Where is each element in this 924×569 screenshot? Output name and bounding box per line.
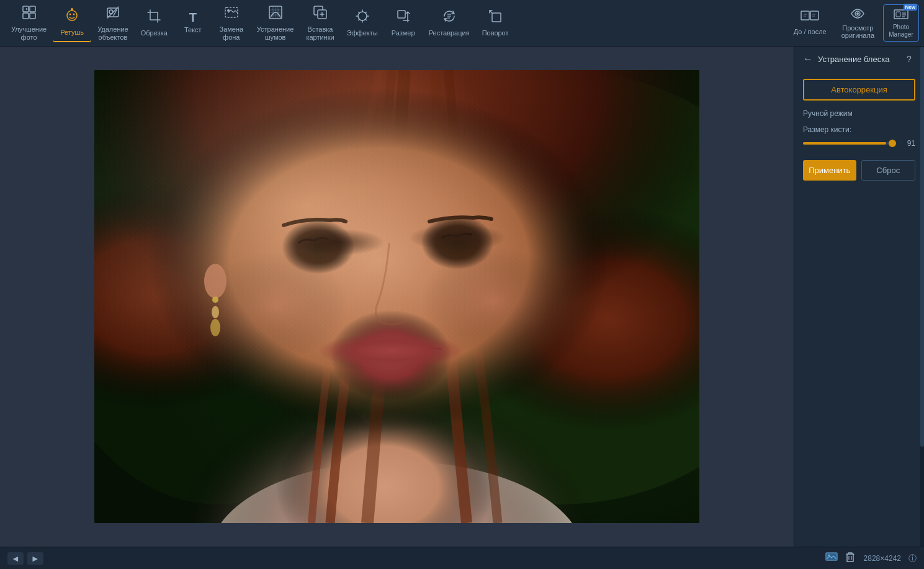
bottom-right: 2828×4242 ⓘ: [824, 550, 917, 567]
toolbar-item-rotate[interactable]: Поворот: [476, 4, 515, 41]
enhance-icon: [21, 4, 37, 23]
svg-point-49: [210, 319, 220, 336]
svg-rect-16: [398, 11, 405, 18]
svg-rect-22: [810, 11, 819, 20]
portrait-image: [94, 70, 699, 523]
scrollbar-thumb: [920, 47, 924, 447]
toolbar-label-resize: Размер: [392, 29, 415, 37]
prev-button[interactable]: ◄: [7, 552, 24, 565]
retouch-icon: [64, 7, 80, 26]
toolbar-item-crop[interactable]: Обрезка: [135, 4, 174, 41]
svg-rect-21: [801, 11, 809, 20]
svg-point-5: [70, 14, 71, 16]
nav-arrows: ◄ ►: [7, 552, 43, 565]
brush-size-fill: [803, 142, 886, 145]
svg-point-31: [312, 70, 699, 504]
before-after-icon: [801, 11, 819, 25]
insert-icon: [312, 4, 328, 23]
brush-size-thumb[interactable]: [889, 140, 896, 147]
svg-rect-10: [225, 7, 238, 17]
svg-rect-39: [94, 70, 699, 523]
brush-size-track[interactable]: [803, 142, 895, 145]
panel-title: Устранение блеска: [818, 55, 889, 64]
autocorrect-button[interactable]: Автокоррекция: [803, 79, 915, 101]
toolbar-label-denoise: Устранение шумов: [257, 25, 294, 42]
remove-objects-icon: [105, 4, 121, 23]
reset-button[interactable]: Сброс: [861, 160, 916, 181]
main-area: ← Устранение блеска ? Автокоррекция Ручн…: [0, 47, 924, 547]
toolbar-item-enhance[interactable]: Улучшение фото: [5, 1, 53, 45]
toolbar-item-effects[interactable]: Эффекты: [341, 4, 384, 41]
toolbar-item-insert[interactable]: Вставка картинки: [300, 1, 340, 45]
replace-bg-icon: [223, 4, 240, 23]
toolbar-item-replace-bg[interactable]: Замена фона: [212, 1, 251, 45]
effects-icon: [354, 8, 370, 27]
image-dimensions: 2828×4242: [864, 554, 901, 563]
crop-icon: [146, 8, 162, 27]
panel-header-left: ← Устранение блеска: [803, 53, 889, 65]
toolbar-item-before-after[interactable]: До / после: [787, 7, 833, 39]
canvas-area[interactable]: [0, 47, 794, 547]
original-preview-label: Просмотр оригинала: [841, 24, 874, 39]
toolbar-item-original-preview[interactable]: Просмотр оригинала: [835, 3, 881, 43]
image-actions: [824, 550, 856, 567]
toolbar-label-remove: Удаление объектов: [97, 25, 128, 42]
svg-rect-42: [94, 70, 699, 523]
svg-point-4: [67, 11, 77, 20]
svg-point-48: [212, 306, 219, 318]
bottom-bar: ◄ ► 2828×4242 ⓘ: [0, 547, 924, 569]
toolbar-item-remove-objects[interactable]: Удаление объектов: [91, 1, 135, 45]
svg-rect-36: [94, 70, 699, 523]
svg-rect-2: [23, 13, 29, 19]
toolbar-right-group: До / после Просмотр оригинала New: [787, 3, 919, 43]
svg-point-32: [94, 70, 405, 504]
denoise-icon: [267, 4, 284, 23]
photo-canvas: [94, 70, 699, 523]
toolbar-item-denoise[interactable]: Устранение шумов: [251, 1, 300, 45]
toolbar-item-resize[interactable]: Размер: [384, 4, 423, 41]
thumbnail-icon[interactable]: [824, 551, 839, 566]
resize-icon: [395, 8, 411, 27]
svg-rect-3: [30, 13, 35, 19]
toolbar-label-replace-bg: Замена фона: [219, 25, 243, 42]
toolbar-label-rotate: Поворот: [482, 29, 509, 37]
restore-icon: [441, 8, 457, 27]
text-icon: T: [189, 11, 197, 24]
action-buttons: Применить Сброс: [803, 160, 915, 181]
next-button[interactable]: ►: [27, 552, 43, 565]
toolbar-item-restore[interactable]: Реставрация: [423, 4, 476, 41]
svg-rect-26: [896, 12, 900, 17]
back-button[interactable]: ←: [803, 53, 813, 65]
panel-content: ← Устранение блеска ? Автокоррекция Ручн…: [794, 47, 924, 547]
svg-rect-1: [30, 6, 35, 12]
toolbar: Улучшение фото Ретушь Удаление объектов: [0, 0, 924, 47]
brush-size-label: Размер кисти:: [803, 125, 915, 134]
panel-scrollbar[interactable]: [920, 47, 924, 547]
photo-manager-label: PhotoManager: [889, 24, 913, 38]
svg-rect-41: [94, 70, 699, 523]
panel-header: ← Устранение блеска ?: [803, 53, 915, 70]
info-button[interactable]: ⓘ: [908, 553, 917, 564]
svg-point-24: [856, 12, 859, 15]
toolbar-label-crop: Обрезка: [141, 29, 168, 37]
toolbar-item-text[interactable]: T Текст: [174, 7, 212, 38]
toolbar-label-effects: Эффекты: [347, 29, 378, 37]
svg-point-7: [71, 8, 73, 11]
before-after-label: До / после: [794, 28, 827, 35]
svg-point-6: [73, 14, 75, 16]
svg-rect-30: [94, 70, 699, 523]
delete-icon[interactable]: [844, 550, 856, 567]
toolbar-label-enhance: Улучшение фото: [11, 25, 47, 42]
svg-rect-44: [94, 70, 699, 523]
toolbar-item-photo-manager[interactable]: New PhotoManager: [883, 4, 919, 42]
toolbar-item-retouch[interactable]: Ретушь: [53, 4, 91, 42]
right-panel: ← Устранение блеска ? Автокоррекция Ручн…: [794, 47, 924, 547]
svg-rect-38: [94, 70, 699, 523]
svg-point-33: [210, 461, 583, 523]
apply-button[interactable]: Применить: [803, 160, 856, 181]
svg-rect-45: [94, 70, 699, 523]
svg-rect-35: [94, 70, 699, 523]
svg-rect-40: [94, 70, 699, 523]
svg-rect-43: [94, 70, 699, 523]
help-button[interactable]: ?: [903, 53, 915, 65]
